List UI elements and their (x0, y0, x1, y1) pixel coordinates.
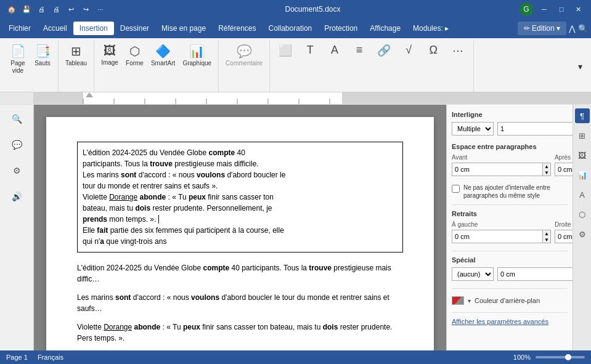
document-area[interactable]: L'édition 2024-2025 du Vendée Globe comp… (34, 105, 446, 350)
advanced-settings-link[interactable]: Afficher les paramètres avancés (452, 318, 568, 325)
tool-search[interactable]: 🔍 (7, 110, 26, 128)
indent-left-spin-up[interactable]: ▲ (543, 230, 550, 237)
spacing-after-input[interactable] (555, 163, 573, 176)
menu-insertion[interactable]: Insertion (73, 22, 114, 35)
search-button[interactable]: 🔍 (577, 23, 589, 34)
indent-left-input[interactable] (452, 230, 542, 243)
zoom-thumb[interactable] (565, 354, 571, 360)
close-button[interactable]: ✕ (573, 3, 585, 15)
edition-button[interactable]: ✏ Edition ▾ (518, 22, 566, 35)
document-page: L'édition 2024-2025 du Vendée Globe comp… (46, 117, 434, 350)
menu-references[interactable]: Références (212, 22, 262, 35)
ribbon-tableau-buttons: ⊞ Tableau (62, 42, 90, 91)
forme-button[interactable]: ⬡ Forme (123, 42, 147, 69)
paragraph-button[interactable]: ≡ (348, 42, 371, 60)
color-dropdown-arrow[interactable]: ▾ (468, 297, 471, 304)
icon-shape[interactable]: ⬡ (575, 207, 590, 222)
forme-icon: ⬡ (129, 44, 140, 59)
ribbon-pages-buttons: 📄 Pagevide 📑 Sauts (6, 42, 54, 91)
same-style-checkbox[interactable] (452, 185, 460, 193)
menu-modules[interactable]: Modules: ▸ (407, 22, 455, 35)
menu-dessiner[interactable]: Dessiner (114, 22, 155, 35)
ribbon-commentaire-buttons: 💬 Commentaire (222, 42, 266, 91)
sauts-button[interactable]: 📑 Sauts (31, 42, 54, 69)
textbox-line3: Les marins sont d'accord : « nous voulon… (83, 169, 397, 180)
panel-divider-3 (452, 288, 568, 289)
print-preview-button[interactable]: 🖨 (51, 4, 62, 15)
undo-button[interactable]: ↩ (65, 4, 76, 15)
tool-comment[interactable]: 💬 (7, 135, 26, 154)
special-type-select[interactable]: (aucun) (452, 267, 494, 281)
icon-image[interactable]: 🖼 (575, 148, 590, 163)
icon-paragraph[interactable]: ¶ (575, 108, 590, 123)
body-para-3: Violette Dorange abonde : « Tu peux fini… (77, 322, 403, 344)
paragraph-icon: ≡ (356, 44, 363, 57)
paragraph-spacing-label: Espace entre paragraphes (452, 143, 568, 150)
print-button[interactable]: 🖨 (36, 4, 47, 15)
right-icon-bar: ¶ ⊞ 🖼 📊 A ⬡ ⚙ (573, 105, 591, 350)
menu-protection[interactable]: Protection (318, 22, 364, 35)
save-button[interactable]: 💾 (21, 4, 32, 15)
indent-left-spin-down[interactable]: ▼ (543, 237, 550, 243)
graphique-icon: 📊 (189, 44, 205, 59)
tool-track[interactable]: ⚙ (7, 161, 26, 180)
icon-settings[interactable]: ⚙ (575, 227, 590, 241)
commentaire-icon: 💬 (237, 44, 252, 59)
menu-affichage[interactable]: Affichage (364, 22, 407, 35)
special-row: (aucun) ▲ ▼ (452, 267, 568, 281)
graphique-button[interactable]: 📊 Graphique (179, 42, 214, 69)
quick-access-toolbar: 🏠 💾 🖨 🖨 ↩ ↪ ··· (6, 4, 106, 15)
indent-right-input[interactable] (555, 230, 573, 243)
ribbon-more-button[interactable]: ▾ (574, 60, 586, 73)
icon-chart[interactable]: 📊 (575, 168, 590, 182)
smartart-button[interactable]: 🔷 SmartArt (148, 42, 178, 69)
panel-section-paragraph-spacing: Espace entre paragraphes Avant ▲ ▼ (452, 143, 568, 176)
background-color-row: ▾ Couleur d'arrière-plan (452, 294, 568, 307)
ribbon-collapse-button[interactable]: ⋀ (566, 23, 577, 34)
menu-fichier[interactable]: Fichier (2, 22, 37, 35)
zoom-slider[interactable] (536, 356, 585, 358)
menu-accueil[interactable]: Accueil (37, 22, 73, 35)
interligne-type-select[interactable]: Multiple (452, 122, 494, 135)
body-para-2: Les marins sont d'accord : « nous voulon… (77, 292, 403, 314)
interligne-row: Multiple ▲ ▼ (452, 122, 568, 135)
window-controls: G ─ □ ✕ (520, 2, 585, 16)
panel-content: Interligne Multiple ▲ ▼ (447, 105, 573, 350)
commentaire-button[interactable]: 💬 Commentaire (222, 42, 266, 69)
tableau-button[interactable]: ⊞ Tableau (62, 42, 90, 69)
menu-collaboration[interactable]: Collaboration (263, 22, 319, 35)
icon-text-style[interactable]: A (575, 187, 590, 202)
spacing-before-spin-up[interactable]: ▲ (543, 163, 550, 169)
user-avatar[interactable]: G (520, 2, 533, 16)
page-vide-icon: 📄 (10, 44, 26, 59)
spacing-before-spinner: ▲ ▼ (542, 163, 550, 176)
more-ribbon-button[interactable]: ⋯ (446, 42, 470, 60)
special-label: Spécial (452, 256, 568, 264)
wordart-button[interactable]: A (323, 42, 346, 60)
textbox-line4: tour du monde et rentrer sains et saufs … (83, 180, 397, 192)
icon-table[interactable]: ⊞ (575, 128, 590, 143)
menu-mise-en-page[interactable]: Mise en page (155, 22, 212, 35)
ribbon-group-illustrations: 🖼 Image ⬡ Forme 🔷 SmartArt 📊 Graphique (94, 41, 219, 92)
spacing-before-input[interactable] (452, 163, 542, 176)
quick-parts-button[interactable]: T (298, 42, 322, 60)
special-value-input[interactable] (498, 268, 573, 280)
symbol-icon: Ω (429, 44, 437, 57)
tool-audio[interactable]: 🔊 (7, 187, 26, 206)
symbol-button[interactable]: Ω (422, 42, 445, 60)
more-button[interactable]: ··· (95, 4, 106, 15)
page-vide-button[interactable]: 📄 Pagevide (6, 42, 30, 76)
spacing-after-label: Après (555, 154, 573, 161)
maximize-button[interactable]: □ (555, 3, 568, 15)
ribbon-group-commentaire: 💬 Commentaire (219, 41, 270, 92)
formula-icon: √ (406, 44, 412, 57)
home-button[interactable]: 🏠 (6, 4, 17, 15)
redo-button[interactable]: ↪ (80, 4, 91, 15)
minimize-button[interactable]: ─ (538, 3, 550, 15)
spacing-before-spin-down[interactable]: ▼ (543, 169, 550, 176)
formula-button[interactable]: √ (397, 42, 420, 60)
interligne-value-input[interactable] (498, 123, 573, 135)
link-button[interactable]: 🔗 (372, 42, 396, 60)
image-button[interactable]: 🖼 Image (98, 42, 121, 68)
zone-texte-button[interactable]: ⬜ (274, 42, 297, 60)
